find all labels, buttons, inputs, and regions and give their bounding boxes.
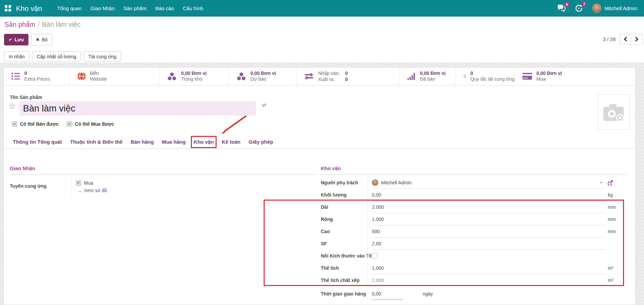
- stat-label: Quy tắc tái cung ứng: [470, 76, 514, 82]
- product-flags: Có thể Bán được Có thể Mua được: [12, 121, 114, 127]
- pager-previous-button[interactable]: [620, 34, 631, 44]
- action-buttons: In nhãn Cập nhật số lượng Tái cung ứng: [4, 51, 121, 62]
- annotation-red-arrow: [189, 114, 248, 136]
- routes-label: Tuyến cung ứng: [10, 177, 71, 196]
- stowage-volume-unit: m³: [605, 278, 627, 283]
- stat-go-to-website[interactable]: ĐếnWebsite: [70, 67, 159, 85]
- stat-label: Website: [90, 76, 107, 82]
- save-button[interactable]: ✔ Lưu: [4, 34, 28, 45]
- nav-item-overview[interactable]: Tổng quan: [53, 0, 86, 17]
- cubes-icon: [236, 72, 246, 81]
- volume-input[interactable]: 1,000: [372, 262, 605, 274]
- lead-time-label: Thời gian giao hàng: [321, 288, 368, 300]
- notebook-tabs: Thông tin Tổng quát Thuộc tính & Biến th…: [4, 135, 635, 149]
- lead-time-input[interactable]: 0,00: [372, 288, 403, 300]
- breadcrumb: Sản phẩm/Bàn làm việc: [4, 21, 81, 28]
- print-labels-button[interactable]: In nhãn: [4, 51, 29, 62]
- list-icon: [11, 72, 20, 80]
- can-be-purchased-label: Có thể Mua được: [75, 121, 114, 127]
- product-name-label: Tên Sản phẩm: [10, 95, 42, 100]
- field-sf: SF 2,00: [321, 238, 627, 250]
- field-stowage-volume: Thể tích chất xếp 2,000 m³: [321, 274, 627, 286]
- stat-value: 0: [24, 70, 50, 76]
- product-name-value: Bàn làm việc: [23, 103, 75, 114]
- product-name-input[interactable]: Bàn làm việc: [20, 101, 256, 116]
- stat-in-out[interactable]: Nhập vào:0 Xuất ra:0: [296, 67, 400, 85]
- refresh-icon: [463, 72, 466, 81]
- weight-input[interactable]: 0,00: [372, 189, 605, 201]
- chevron-left-icon: [624, 37, 627, 42]
- stat-label: Trong kho: [181, 76, 206, 82]
- discard-label: Bỏ: [42, 37, 47, 42]
- stat-purchased[interactable]: 0,00 Đơn vịMua: [515, 67, 635, 85]
- breadcrumb-products-link[interactable]: Sản phẩm: [4, 21, 35, 28]
- stat-reordering-rules[interactable]: 0Quy tắc tái cung ứng: [456, 67, 515, 85]
- stat-button-row: 0Extra Prices ĐếnWebsite 0,00 Đơn vịTron…: [4, 67, 635, 85]
- length-input[interactable]: 2.000: [372, 201, 605, 213]
- checkbox-checked-icon[interactable]: [67, 121, 72, 127]
- stat-on-hand[interactable]: 0,00 Đơn vịTrong kho: [159, 67, 229, 85]
- tab-licenses[interactable]: Giấy phép: [245, 135, 277, 148]
- pager-next-button[interactable]: [631, 34, 643, 44]
- checkbox-unchecked-icon[interactable]: [372, 253, 377, 259]
- field-volume: Thể tích 1,000 m³: [321, 262, 627, 274]
- caret-down-icon[interactable]: [600, 182, 602, 185]
- length-unit: mm: [605, 204, 627, 210]
- height-input[interactable]: 500: [372, 225, 605, 238]
- can-be-purchased-checkbox[interactable]: Có thể Mua được: [67, 121, 114, 127]
- sf-input[interactable]: 2,00: [372, 238, 605, 250]
- responsible-value: Mitchell Admin: [381, 180, 412, 185]
- messages-icon[interactable]: 6: [557, 5, 565, 12]
- discard-button[interactable]: ✖ Bỏ: [31, 34, 52, 45]
- tab-attributes-variants[interactable]: Thuộc tính & Biến thể: [66, 135, 127, 148]
- apps-menu-icon[interactable]: [5, 5, 11, 12]
- checkbox-checked-icon[interactable]: [12, 121, 17, 127]
- route-buy-option[interactable]: Mua: [76, 180, 93, 186]
- tab-sales[interactable]: Bán hàng: [127, 135, 158, 148]
- record-buttons: ✔ Lưu ✖ Bỏ: [4, 34, 52, 45]
- nav-item-configuration[interactable]: Cấu hình: [178, 0, 208, 17]
- replenish-button[interactable]: Tái cung ứng: [84, 51, 121, 62]
- activities-icon[interactable]: 7: [575, 4, 583, 12]
- weight-label: Khối lượng: [321, 189, 368, 201]
- tab-general-information[interactable]: Thông tin Tổng quát: [9, 135, 66, 148]
- breadcrumb-current: Bàn làm việc: [42, 21, 81, 28]
- out-label: Xuất ra:: [318, 77, 340, 82]
- stat-label: Extra Prices: [24, 76, 50, 82]
- update-quantity-button[interactable]: Cập nhật số lượng: [32, 51, 81, 62]
- section-logistics-title: Kho vận: [321, 166, 627, 175]
- tab-inventory[interactable]: Kho vận: [190, 135, 218, 148]
- product-image-placeholder[interactable]: [598, 94, 630, 130]
- width-input[interactable]: 1.000: [372, 213, 605, 225]
- nav-item-reporting[interactable]: Báo cáo: [151, 0, 178, 17]
- translation-badge[interactable]: VI: [262, 103, 266, 108]
- cubes-icon: [167, 72, 177, 81]
- globe-icon: [77, 72, 86, 81]
- favorite-star-icon[interactable]: ☆: [8, 102, 16, 110]
- stat-value: 0,00 Đơn vị: [250, 70, 276, 76]
- stat-label: Dự báo: [250, 76, 276, 82]
- stat-extra-prices[interactable]: 0Extra Prices: [4, 67, 70, 85]
- tab-accounting[interactable]: Kế toán: [218, 135, 245, 148]
- internal-link-button[interactable]: [605, 180, 627, 185]
- stat-sold[interactable]: 0,00 Đơn vịĐã bán: [400, 67, 456, 85]
- nav-item-products[interactable]: Sản phẩm: [119, 0, 151, 17]
- field-responsible: Người phụ trách Mitchell Admin: [321, 177, 627, 189]
- app-name[interactable]: Kho vận: [16, 4, 42, 13]
- nav-item-operations[interactable]: Giao Nhận: [86, 0, 119, 17]
- can-be-sold-label: Có thể Bán được: [20, 121, 59, 127]
- tab-purchase[interactable]: Mua hàng: [158, 135, 190, 148]
- lead-time-unit: ngày: [403, 291, 433, 297]
- save-label: Lưu: [15, 37, 24, 42]
- stat-forecasted[interactable]: 0,00 Đơn vịDự báo: [229, 67, 296, 85]
- can-be-sold-checkbox[interactable]: Có thể Bán được: [12, 121, 59, 127]
- checkbox-checked-icon[interactable]: [76, 180, 81, 186]
- pager-count: 3 / 28: [603, 36, 616, 42]
- view-diagram-label: Xem sơ đồ: [84, 188, 107, 193]
- length-label: Dài: [321, 201, 368, 213]
- user-menu[interactable]: Mitchell Admin: [592, 4, 637, 13]
- stat-value: 0,00 Đơn vị: [420, 70, 445, 76]
- responsible-input[interactable]: Mitchell Admin: [372, 177, 605, 189]
- view-diagram-link[interactable]: → Xem sơ đồ: [77, 188, 107, 194]
- breadcrumb-separator: /: [38, 21, 40, 28]
